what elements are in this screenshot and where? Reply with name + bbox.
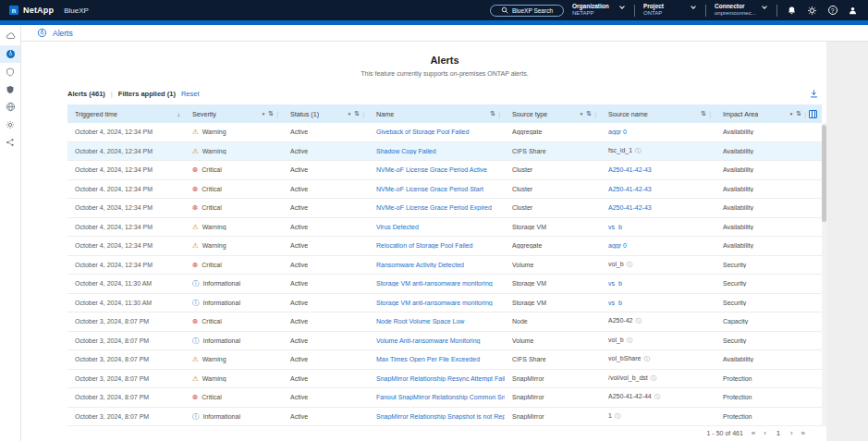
alert-name-link[interactable]: SnapMirror Relationship Snapshot is not … bbox=[376, 413, 505, 420]
info-icon[interactable]: ⓘ bbox=[615, 412, 621, 419]
cell-name: Shadow Copy Failed bbox=[369, 148, 505, 154]
source-name-text[interactable]: vs_b bbox=[608, 224, 622, 230]
alert-name-link[interactable]: Max Times Open Per File Exceeded bbox=[376, 356, 480, 362]
next-page-button[interactable]: › bbox=[790, 429, 793, 437]
cell-status: Active bbox=[283, 262, 369, 268]
source-name-text[interactable]: A250-41-42-43 bbox=[608, 186, 652, 192]
column-header-source-name[interactable]: Source name⇅| bbox=[601, 104, 715, 123]
help-icon[interactable]: ? bbox=[826, 5, 838, 17]
source-name-text[interactable]: vol_bShare bbox=[608, 355, 641, 361]
column-header-source-type[interactable]: Source type▼⇅| bbox=[505, 104, 601, 123]
column-header-status-1-[interactable]: Status (1)▼⇅| bbox=[283, 104, 369, 123]
cell-status: Active bbox=[283, 337, 369, 344]
download-button[interactable] bbox=[809, 89, 819, 99]
sort-descending-icon[interactable]: ↓ bbox=[177, 111, 181, 117]
source-name-text[interactable]: vol_b bbox=[608, 261, 624, 267]
alert-name-link[interactable]: SnapMirror Relationship Resync Attempt F… bbox=[376, 375, 505, 382]
sort-icon[interactable]: ⇅ bbox=[354, 110, 360, 117]
column-header-severity[interactable]: Severity▼⇅| bbox=[185, 104, 283, 123]
alert-name-link[interactable]: Giveback of Storage Pool Failed bbox=[376, 129, 469, 135]
filter-icon[interactable]: ▼ bbox=[789, 112, 793, 116]
info-icon[interactable]: ⓘ bbox=[635, 317, 642, 324]
sidebar-item-storage[interactable] bbox=[0, 28, 20, 45]
alert-name-link[interactable]: Fanout SnapMirror Relationship Common Sn… bbox=[376, 394, 505, 400]
cell-impact-area: Availability bbox=[715, 148, 822, 154]
source-name-text[interactable]: vs_b bbox=[608, 300, 622, 306]
notifications-bell-icon[interactable] bbox=[786, 5, 798, 17]
sidebar-item-governance[interactable] bbox=[0, 80, 20, 98]
info-icon[interactable]: ⓘ bbox=[627, 261, 633, 267]
account-icon[interactable] bbox=[847, 5, 859, 17]
reset-filters-link[interactable]: Reset bbox=[181, 90, 200, 98]
table-row: October 4, 2024, 11:30 AM ⓘ Informationa… bbox=[67, 294, 822, 313]
cell-status: Active bbox=[283, 148, 369, 154]
cell-triggered-time: October 4, 2024, 12:34 PM bbox=[67, 204, 185, 211]
sort-icon[interactable]: ⇅ bbox=[701, 110, 706, 117]
source-name-text[interactable]: 1 bbox=[608, 412, 612, 419]
alert-name-link[interactable]: Node Root Volume Space Low bbox=[376, 318, 464, 325]
cell-impact-area: Protection bbox=[715, 394, 822, 400]
filter-icon[interactable]: ▼ bbox=[580, 112, 583, 116]
cell-triggered-time: October 4, 2024, 12:34 PM bbox=[67, 148, 185, 154]
column-header-triggered-time[interactable]: Triggered time↓ bbox=[67, 104, 185, 123]
cell-source-type: Volume bbox=[505, 337, 601, 344]
alert-name-link[interactable]: Volume Anti-ransomware Monitoring bbox=[376, 337, 480, 344]
bluexp-search-button[interactable]: BlueXP Search bbox=[490, 5, 564, 17]
source-name-text[interactable]: /vol/vol_b_dst bbox=[608, 374, 648, 381]
info-icon[interactable]: ⓘ bbox=[635, 147, 642, 153]
info-icon[interactable]: ⓘ bbox=[651, 374, 657, 381]
source-name-text[interactable]: fsc_id_1 bbox=[608, 147, 632, 153]
info-icon[interactable]: ⓘ bbox=[627, 337, 633, 343]
alert-name-link[interactable]: NVMe-oF License Grace Period Start bbox=[376, 186, 483, 192]
sidebar-item-mobility[interactable] bbox=[0, 98, 20, 116]
severity-label: Warning bbox=[202, 224, 226, 230]
organization-menu[interactable]: Organization NETAPP bbox=[572, 3, 626, 18]
source-name-text[interactable]: vs_b bbox=[608, 280, 622, 287]
column-header-impact-area[interactable]: Impact Area▼⇅| bbox=[715, 104, 822, 123]
sidebar-item-protection[interactable] bbox=[0, 63, 20, 80]
alert-name-link[interactable]: NVMe-oF License Grace Period Active bbox=[376, 166, 487, 173]
column-header-name[interactable]: Name⇅| bbox=[369, 104, 505, 123]
info-icon[interactable]: ⓘ bbox=[654, 393, 661, 399]
scrollbar-thumb[interactable] bbox=[822, 125, 826, 222]
column-settings-icon[interactable] bbox=[809, 110, 817, 118]
table-row: October 4, 2024, 12:34 PM ⊗ Critical Act… bbox=[67, 161, 822, 180]
sidebar-item-extensions[interactable] bbox=[0, 116, 20, 133]
sidebar-item-alerts[interactable] bbox=[0, 45, 20, 63]
project-menu[interactable]: Project ONTAP bbox=[643, 3, 697, 18]
source-name-text[interactable]: A250-42 bbox=[608, 317, 632, 324]
sort-icon[interactable]: ⇅ bbox=[796, 110, 801, 117]
source-name-text[interactable]: aggr 0 bbox=[608, 242, 627, 249]
alert-name-link[interactable]: Virus Detected bbox=[376, 224, 419, 230]
info-icon[interactable]: ⓘ bbox=[643, 355, 650, 361]
table-scrollbar[interactable] bbox=[822, 123, 826, 426]
pagination-range: 1 - 50 of 461 bbox=[707, 430, 743, 436]
first-page-button[interactable]: « bbox=[752, 429, 755, 437]
sort-icon[interactable]: ⇅ bbox=[490, 110, 495, 117]
source-name-text[interactable]: A250-41-42-44 bbox=[608, 393, 652, 399]
sidebar-item-share[interactable] bbox=[0, 133, 20, 151]
last-page-button[interactable]: » bbox=[801, 429, 805, 437]
previous-page-button[interactable]: ‹ bbox=[764, 429, 766, 437]
source-name-text[interactable]: A250-41-42-43 bbox=[608, 166, 652, 173]
alert-name-link[interactable]: Storage VM anti-ransomware monitoring bbox=[376, 280, 493, 287]
source-name-text[interactable]: vol_b bbox=[608, 337, 624, 343]
severity-icon: ⚠ bbox=[192, 242, 199, 250]
filter-icon[interactable]: ▼ bbox=[348, 112, 351, 116]
settings-gear-icon[interactable] bbox=[806, 5, 818, 17]
current-page[interactable]: 1 bbox=[775, 430, 782, 436]
alert-name-link[interactable]: NVMe-oF License Grace Period Expired bbox=[376, 204, 492, 211]
cell-name: NVMe-oF License Grace Period Active bbox=[369, 166, 505, 173]
source-name-text[interactable]: aggr 0 bbox=[608, 129, 627, 135]
connector-menu[interactable]: Connector onpremconnec... bbox=[715, 3, 768, 18]
sort-icon[interactable]: ⇅ bbox=[268, 110, 274, 117]
alert-name-link[interactable]: Storage VM anti-ransomware monitoring bbox=[376, 300, 493, 306]
source-name-text[interactable]: A250-41-42-43 bbox=[608, 204, 652, 211]
filter-icon[interactable]: ▼ bbox=[262, 112, 265, 116]
alert-name-link[interactable]: Ransomware Activity Detected bbox=[376, 262, 464, 268]
sort-icon[interactable]: ⇅ bbox=[586, 110, 592, 117]
cell-status: Active bbox=[283, 394, 369, 400]
alert-name-link[interactable]: Shadow Copy Failed bbox=[376, 148, 436, 154]
alert-name-link[interactable]: Relocation of Storage Pool Failed bbox=[376, 242, 472, 249]
cell-severity: ⓘ Informational bbox=[185, 413, 283, 421]
